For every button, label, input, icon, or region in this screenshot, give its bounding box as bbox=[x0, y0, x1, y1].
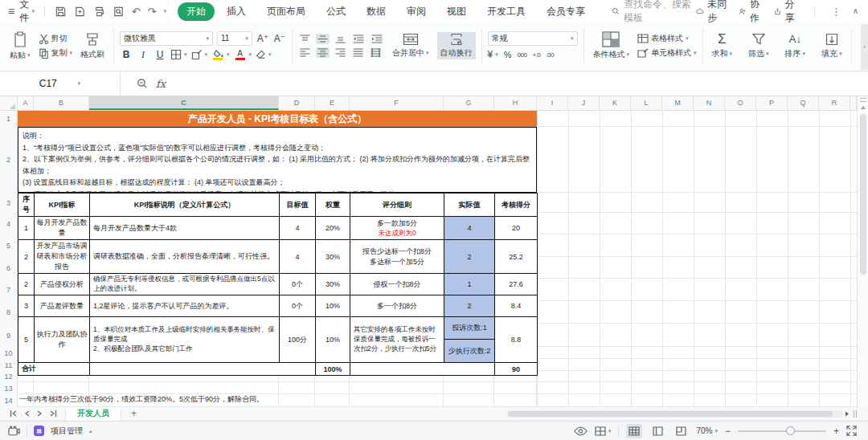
cell-desc[interactable]: 1、本职位对本质工作及上级临时安排的相关事务能按时、保质保量完成 2、积极配合团… bbox=[90, 317, 280, 363]
column-header-d[interactable]: D bbox=[279, 96, 315, 110]
ribbon-overflow-button[interactable]: › bbox=[861, 24, 868, 70]
header-cell[interactable]: 评分细则 bbox=[350, 194, 444, 217]
zoom-out-button[interactable]: − bbox=[725, 426, 731, 437]
cell-actual[interactable]: 2 bbox=[444, 295, 495, 317]
row-header-4[interactable]: 4 bbox=[0, 213, 18, 234]
collapse-ribbon-icon[interactable]: ∧ bbox=[853, 7, 858, 15]
cell-actual[interactable]: 4 bbox=[444, 217, 495, 240]
cell-weight[interactable]: 30% bbox=[316, 240, 350, 274]
macro-record-icon[interactable] bbox=[8, 426, 20, 437]
name-box[interactable]: C17 ▾ bbox=[0, 71, 121, 96]
empty-cell[interactable] bbox=[90, 363, 316, 376]
align-bottom-button[interactable] bbox=[334, 34, 347, 44]
empty-cell[interactable] bbox=[350, 363, 495, 376]
header-cell[interactable]: 目标值 bbox=[280, 194, 316, 217]
decrease-font-button[interactable]: A⁻ bbox=[273, 33, 286, 44]
tab-data[interactable]: 数据 bbox=[358, 2, 395, 21]
cell-score[interactable]: 8.8 bbox=[495, 317, 538, 363]
align-right-button[interactable] bbox=[334, 47, 347, 58]
redo-icon[interactable]: ↷ bbox=[148, 6, 157, 17]
column-header-s[interactable]: S bbox=[850, 96, 857, 110]
sheet-title-cell[interactable]: 产品开发人员 - KPI考核目标表（含公式） bbox=[18, 111, 537, 127]
draw-border-button[interactable]: ▾ bbox=[191, 49, 208, 60]
borders-button[interactable]: ▾ bbox=[170, 49, 187, 60]
insert-function-button[interactable]: fx bbox=[156, 78, 166, 90]
cell-score[interactable]: 25.2 bbox=[495, 240, 538, 274]
cell-no[interactable]: 5 bbox=[18, 317, 35, 363]
currency-format-button[interactable]: ¥▾ bbox=[488, 49, 498, 60]
column-header-l[interactable]: L bbox=[631, 96, 662, 110]
prev-sheet-icon[interactable] bbox=[24, 410, 30, 417]
collaborate-button[interactable]: 协作 bbox=[739, 0, 763, 25]
column-header-o[interactable]: O bbox=[725, 96, 756, 110]
column-header-q[interactable]: Q bbox=[788, 96, 819, 110]
tab-page-layout[interactable]: 页面布局 bbox=[258, 2, 314, 21]
cell-kpi[interactable]: 执行力及团队协作 bbox=[35, 317, 90, 363]
cell-actual[interactable]: 2 bbox=[444, 240, 495, 274]
cell-rule[interactable]: 多一个扣8分 bbox=[350, 295, 444, 317]
paste-button[interactable]: 粘贴▾ bbox=[6, 30, 34, 62]
page-break-view-button[interactable] bbox=[673, 424, 689, 438]
cell-kpi[interactable]: 开发产品市场调研表和市场分析报告 bbox=[35, 240, 90, 274]
actual-complaints[interactable]: 投诉次数:1 bbox=[444, 317, 494, 340]
cell-desc[interactable]: 调研表数据准确，全面，分析报告条理清晰，可行性强。 bbox=[90, 240, 280, 274]
total-score-cell[interactable]: 90 bbox=[495, 363, 538, 376]
header-cell[interactable]: KPI指标说明（定义/计算公式） bbox=[90, 194, 280, 217]
print-preview-icon[interactable] bbox=[113, 6, 125, 18]
align-left-button[interactable] bbox=[298, 47, 312, 58]
row-header-14[interactable]: 14 bbox=[0, 394, 18, 407]
tab-formulas[interactable]: 公式 bbox=[317, 2, 354, 21]
font-size-select[interactable]: 11 ▾ bbox=[217, 31, 252, 46]
row-header-13[interactable]: 13 bbox=[0, 382, 18, 394]
cell-kpi[interactable]: 产品差评数量 bbox=[35, 295, 90, 317]
header-cell[interactable]: 序号 bbox=[18, 194, 35, 217]
cell-score[interactable]: 20 bbox=[495, 217, 538, 240]
row-header-9[interactable]: 9 bbox=[0, 324, 18, 347]
sort-button[interactable]: A↓ 排序▾ bbox=[782, 31, 809, 60]
row-header-6[interactable]: 6 bbox=[0, 257, 18, 279]
cell-rule[interactable]: 其它安排的各项工作未按时保质保量完成，每被投诉一次扣2分，少执行一次扣5分 bbox=[350, 317, 444, 363]
row-header-3[interactable]: 3 bbox=[0, 193, 18, 213]
cell-no[interactable]: 2 bbox=[18, 274, 35, 295]
column-header-a[interactable]: A bbox=[18, 96, 34, 110]
distribute-button[interactable] bbox=[369, 47, 383, 58]
format-painter-button[interactable]: 格式刷 bbox=[77, 31, 108, 61]
sheet-tab-active[interactable]: 开发人员 bbox=[65, 407, 121, 421]
increase-decimal-button[interactable]: +.0 bbox=[532, 51, 540, 59]
cell-weight[interactable]: 20% bbox=[316, 217, 350, 240]
row-header-11[interactable]: 11 bbox=[0, 359, 18, 371]
cell-no[interactable]: 3 bbox=[18, 295, 35, 317]
header-cell[interactable]: KPI指标 bbox=[35, 194, 90, 217]
percent-format-button[interactable]: % bbox=[504, 50, 512, 59]
horizontal-scrollbar[interactable] bbox=[506, 410, 844, 418]
tab-split-handle[interactable] bbox=[854, 410, 857, 418]
row-header-7[interactable]: 7 bbox=[0, 279, 18, 301]
tab-home[interactable]: 开始 bbox=[178, 2, 215, 21]
comma-format-button[interactable]: 000 bbox=[518, 51, 527, 59]
share-button[interactable]: 分享 bbox=[774, 0, 797, 25]
row-header-5[interactable]: 5 bbox=[0, 234, 18, 257]
font-name-select[interactable]: 微软雅黑 ▾ bbox=[120, 31, 213, 46]
cell-weight[interactable]: 10% bbox=[316, 317, 350, 363]
undo-icon[interactable]: ↶ bbox=[132, 6, 141, 17]
number-format-select[interactable]: 常规 ▾ bbox=[488, 31, 578, 46]
header-cell[interactable]: 权重 bbox=[316, 194, 350, 217]
instructions-cell[interactable]: 说明： 1、“考核得分”项已设置公式，蓝色项“实际值”的数字可以相应进行调整，考… bbox=[18, 127, 537, 193]
last-sheet-icon[interactable] bbox=[50, 410, 57, 417]
file-menu[interactable]: 文件 ▾ bbox=[19, 0, 35, 25]
justify-button[interactable] bbox=[351, 47, 365, 58]
zoom-in-button[interactable]: + bbox=[833, 426, 839, 437]
column-header-p[interactable]: P bbox=[756, 96, 788, 110]
tab-view[interactable]: 视图 bbox=[438, 2, 475, 21]
italic-button[interactable]: I bbox=[137, 49, 149, 61]
cell-target[interactable]: 4 bbox=[280, 217, 316, 240]
column-header-i[interactable]: I bbox=[537, 96, 568, 110]
zoom-select-icon[interactable] bbox=[137, 78, 148, 89]
underline-button[interactable]: U bbox=[154, 49, 166, 60]
tab-developer[interactable]: 开发工具 bbox=[478, 2, 534, 21]
cell-no[interactable]: 2 bbox=[18, 240, 35, 274]
print-icon[interactable] bbox=[93, 6, 105, 18]
cell-no[interactable]: 1 bbox=[18, 217, 35, 240]
cell-desc[interactable]: 1,2星评论，提示客户不认可产品的为差评。 bbox=[90, 295, 280, 317]
actual-missed[interactable]: 少执行次数:2 bbox=[444, 340, 494, 362]
